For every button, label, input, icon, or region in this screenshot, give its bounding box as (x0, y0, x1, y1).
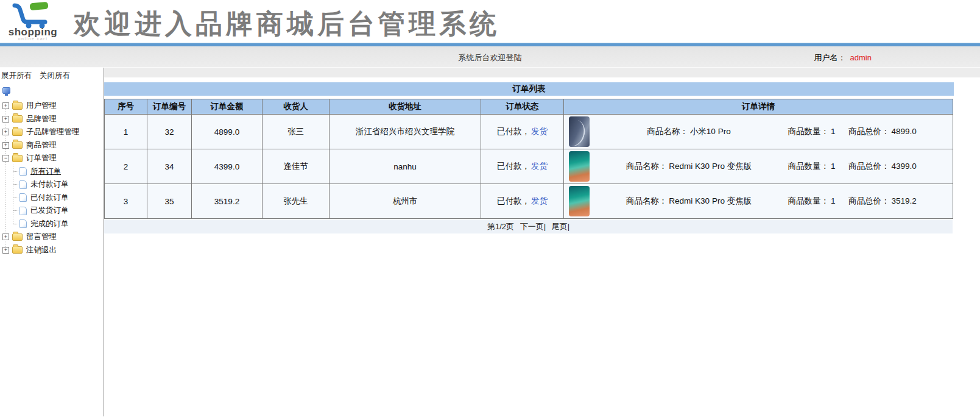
page-title: 欢迎进入品牌商城后台管理系统 (74, 6, 500, 42)
tree-root[interactable] (2, 87, 104, 97)
pagination: 第1/2页 下一页| 尾页| (104, 219, 953, 233)
sidebar-item-user-mgmt[interactable]: 用户管理 (0, 99, 104, 113)
col-address: 收货地址 (330, 99, 481, 115)
k30pro-phone-thumbnail (569, 151, 590, 182)
sidebar-item-all-orders[interactable]: 所有订单 (0, 165, 104, 179)
product-total: 商品总价：4899.0 (848, 126, 918, 137)
system-topbar: 系统后台欢迎登陆 用户名：admin (0, 46, 980, 68)
expand-plus-icon[interactable] (2, 247, 9, 254)
folder-icon (12, 129, 23, 136)
status-paid-text: 已付款， (497, 162, 530, 171)
expand-plus-icon[interactable] (2, 142, 9, 149)
tree-connector (13, 224, 18, 224)
cell-amount: 4899.0 (192, 115, 263, 149)
folder-icon (12, 233, 23, 241)
cell-receiver: 张三 (263, 115, 330, 149)
nav-tree: 用户管理 品牌管理 子品牌管理管理 商品管理 订单管理 (0, 99, 104, 257)
sidebar-item-product-mgmt[interactable]: 商品管理 (0, 139, 104, 152)
username-value: admin (850, 53, 872, 62)
status-paid-text: 已付款， (497, 127, 530, 136)
product-name: 商品名称：Redmi K30 Pro 变焦版 (603, 161, 777, 172)
collapse-all-link[interactable]: 关闭所有 (40, 71, 70, 81)
sidebar-item-shipped-orders[interactable]: 已发货订单 (0, 204, 104, 218)
product-qty: 商品数量：1 (777, 126, 848, 137)
product-qty: 商品数量：1 (777, 161, 848, 172)
cell-order-no: 35 (147, 184, 192, 219)
sidebar-item-paid-orders[interactable]: 已付款订单 (0, 191, 104, 205)
orders-panel: 订单列表 序号 订单编号 订单金额 收货人 收货地址 订单状态 订单详情 (104, 82, 954, 233)
orders-table: 序号 订单编号 订单金额 收货人 收货地址 订单状态 订单详情 1 32 489… (104, 99, 953, 219)
sidebar-item-completed-orders[interactable]: 完成的订单 (0, 218, 104, 231)
tree-connector (13, 171, 18, 172)
shopping-cart-icon (12, 1, 54, 29)
app-logo: shopping online cart (2, 1, 63, 41)
status-paid-text: 已付款， (497, 196, 530, 205)
cell-receiver: 逢佳节 (263, 149, 330, 184)
order-row: 3 35 3519.2 张先生 杭州市 已付款，发货 商品名称： (105, 184, 953, 219)
ship-link[interactable]: 发货 (531, 196, 548, 205)
sidebar-item-message-mgmt[interactable]: 留言管理 (0, 230, 104, 244)
expand-plus-icon[interactable] (2, 116, 9, 123)
computer-icon (2, 87, 10, 94)
k30pro-phone-thumbnail (569, 186, 590, 216)
next-page-link[interactable]: 下一页| (520, 222, 546, 231)
cell-amount: 4399.0 (192, 149, 263, 184)
document-icon (19, 193, 27, 202)
document-icon (19, 180, 27, 189)
document-icon (19, 167, 27, 176)
logo-brand-text: shopping (2, 27, 63, 37)
folder-icon (12, 246, 23, 254)
cell-address: 杭州市 (330, 184, 481, 219)
sidebar-item-subbrand-mgmt[interactable]: 子品牌管理管理 (0, 126, 104, 139)
col-seq: 序号 (105, 99, 147, 115)
sidebar-item-logout[interactable]: 注销退出 (0, 244, 104, 257)
product-name: 商品名称：Redmi K30 Pro 变焦版 (603, 196, 777, 207)
cell-seq: 1 (105, 115, 147, 149)
document-icon (19, 219, 27, 228)
page-info: 第1/2页 (487, 222, 514, 231)
main-content: 订单列表 序号 订单编号 订单金额 收货人 收货地址 订单状态 订单详情 (104, 68, 980, 416)
ship-link[interactable]: 发货 (531, 127, 548, 136)
col-receiver: 收货人 (263, 99, 330, 115)
sidebar-item-unpaid-orders[interactable]: 未付款订单 (0, 178, 104, 191)
cell-details: 商品名称：Redmi K30 Pro 变焦版 商品数量：1 商品总价：4399.… (564, 149, 953, 184)
product-total: 商品总价：4399.0 (848, 161, 918, 172)
sidebar-item-brand-mgmt[interactable]: 品牌管理 (0, 113, 104, 126)
product-total: 商品总价：3519.2 (848, 196, 918, 207)
cell-details: 商品名称：小米10 Pro 商品数量：1 商品总价：4899.0 (564, 115, 953, 149)
open-folder-icon (12, 155, 23, 162)
ship-link[interactable]: 发货 (531, 162, 548, 171)
folder-icon (12, 102, 23, 110)
cell-details: 商品名称：Redmi K30 Pro 变焦版 商品数量：1 商品总价：3519.… (564, 184, 953, 219)
folder-icon (12, 141, 23, 149)
sidebar: 展开所有 关闭所有 用户管理 品牌管理 子品牌管理管理 (0, 68, 104, 416)
expand-plus-icon[interactable] (2, 233, 9, 240)
content-top-strip (104, 68, 980, 77)
col-details: 订单详情 (564, 99, 953, 115)
document-icon (19, 207, 27, 215)
cell-order-no: 32 (147, 115, 192, 149)
tree-connector (13, 198, 18, 198)
expand-plus-icon[interactable] (2, 129, 9, 135)
order-row: 2 34 4399.0 逢佳节 nanhu 已付款，发货 商品名 (105, 149, 953, 184)
cell-seq: 3 (105, 184, 147, 219)
col-status: 订单状态 (481, 99, 564, 115)
panel-title: 订单列表 (104, 82, 954, 96)
col-amount: 订单金额 (192, 99, 263, 115)
cell-seq: 2 (105, 149, 147, 184)
cell-address: 浙江省绍兴市绍兴文理学院 (330, 115, 481, 149)
product-qty: 商品数量：1 (777, 196, 848, 207)
cell-order-no: 34 (147, 149, 192, 184)
user-info: 用户名：admin (814, 52, 872, 63)
last-page-link[interactable]: 尾页| (552, 222, 569, 231)
expand-plus-icon[interactable] (2, 102, 9, 109)
tree-connector (13, 184, 18, 185)
collapse-minus-icon[interactable] (2, 155, 9, 162)
cell-address: nanhu (330, 149, 481, 184)
sidebar-item-order-mgmt[interactable]: 订单管理 (0, 152, 104, 165)
cell-amount: 3519.2 (192, 184, 263, 219)
cell-status: 已付款，发货 (481, 115, 564, 149)
expand-all-link[interactable]: 展开所有 (1, 71, 32, 81)
col-order-no: 订单编号 (147, 99, 192, 115)
order-row: 1 32 4899.0 张三 浙江省绍兴市绍兴文理学院 已付款，发货 (105, 115, 953, 149)
